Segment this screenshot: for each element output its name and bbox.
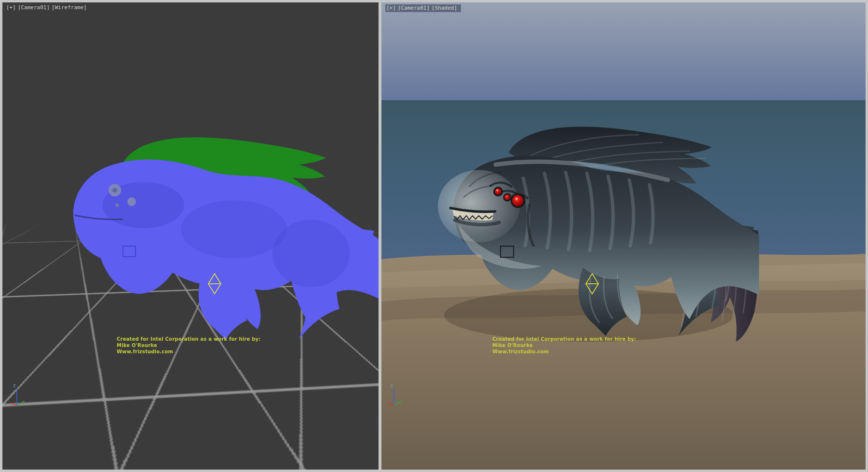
selection-box bbox=[501, 246, 514, 257]
diamond-transform-gizmo-icon[interactable] bbox=[208, 274, 221, 294]
watermark-line-2: Mike O'Rourke bbox=[117, 342, 261, 348]
shading-viewport-menu[interactable]: [Wireframe] bbox=[52, 4, 87, 11]
pov-viewport-menu[interactable]: [Camera01] bbox=[398, 5, 430, 11]
selection-box bbox=[123, 246, 136, 257]
viewport-label: [+] [Camera01] [Wireframe] bbox=[6, 4, 87, 11]
viewport-shaded[interactable]: [+] [Camera01] [Shaded] Created for Inte… bbox=[381, 2, 866, 470]
watermark-line-3: Www.frizstudio.com bbox=[492, 348, 637, 355]
wireframe-overlays bbox=[2, 2, 379, 470]
watermark-line-1: Created for Intel Corporation as a work … bbox=[117, 336, 261, 342]
general-viewport-menu[interactable]: [+] bbox=[6, 4, 16, 11]
diamond-transform-gizmo-icon[interactable] bbox=[586, 274, 598, 294]
shading-viewport-menu[interactable]: [Shaded] bbox=[432, 5, 457, 11]
world-axis-icon bbox=[384, 388, 406, 407]
general-viewport-menu[interactable]: [+] bbox=[386, 5, 396, 11]
watermark-line-1: Created for Intel Corporation as a work … bbox=[492, 336, 637, 342]
viewport-wireframe[interactable]: [+] [Camera01] [Wireframe] bbox=[2, 2, 379, 470]
axis-z-label: z bbox=[13, 383, 29, 388]
pov-viewport-menu[interactable]: [Camera01] bbox=[18, 4, 50, 11]
viewport-layout: [+] [Camera01] [Wireframe] bbox=[0, 0, 868, 472]
watermark-line-3: Www.frizstudio.com bbox=[117, 348, 261, 355]
shaded-overlays bbox=[381, 2, 866, 470]
world-axis-icon bbox=[7, 388, 28, 407]
world-axis-tripod: z bbox=[384, 383, 407, 409]
viewport-label: [+] [Camera01] [Shaded] bbox=[385, 4, 461, 12]
axis-z-label: z bbox=[390, 383, 407, 388]
world-axis-tripod: z bbox=[7, 383, 29, 409]
watermark-line-2: Mike O'Rourke bbox=[492, 342, 637, 348]
artist-watermark: Created for Intel Corporation as a work … bbox=[492, 336, 637, 355]
artist-watermark: Created for Intel Corporation as a work … bbox=[117, 336, 261, 355]
